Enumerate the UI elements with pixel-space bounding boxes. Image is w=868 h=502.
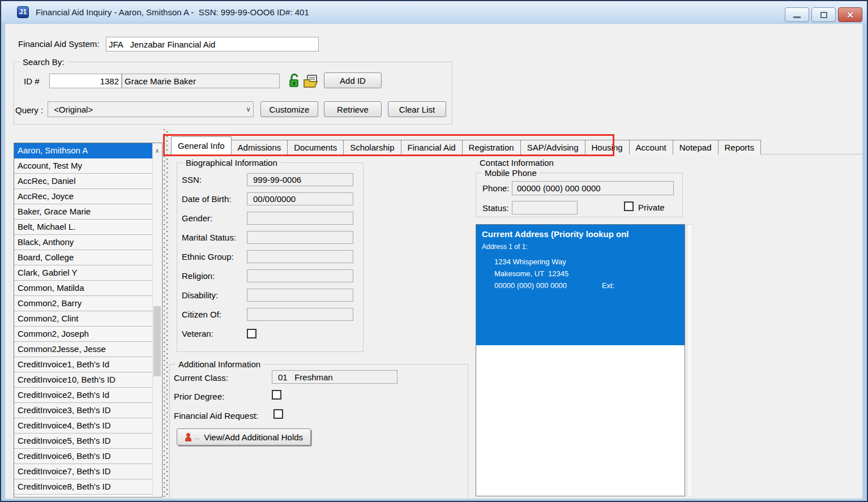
list-item[interactable]: Aaron, Smithson A: [14, 143, 152, 158]
tab[interactable]: SAP/Advising: [520, 140, 585, 155]
close-button[interactable]: ✕: [838, 7, 862, 22]
address-listbox[interactable]: Current Address (Priority lookup onl Add…: [476, 224, 685, 496]
bio-field-label: Ethnic Group:: [182, 252, 247, 261]
bio-field-input: [247, 308, 353, 321]
list-item[interactable]: Account, Test My: [14, 158, 152, 174]
financial-aid-request-label: Financial Aid Request:: [174, 411, 258, 421]
person-icon: [185, 433, 193, 441]
bio-field-label: SSN:: [182, 175, 247, 185]
bio-field-label: Marital Status:: [182, 233, 247, 242]
id-input[interactable]: 1382: [49, 74, 122, 88]
student-list: Aaron, Smithson AAccount, Test MyAccRec,…: [14, 143, 163, 497]
bio-field-row: Citizen Of:: [182, 308, 363, 321]
close-icon: ✕: [846, 11, 854, 19]
search-by-group-title: Search By:: [20, 57, 67, 67]
bio-field-label: Religion:: [182, 271, 247, 281]
restore-button[interactable]: [811, 7, 836, 22]
bio-field-label: Citizen Of:: [182, 310, 247, 319]
retrieve-button[interactable]: Retrieve: [324, 101, 382, 117]
unlock-icon[interactable]: [288, 74, 302, 88]
tab[interactable]: Reports: [718, 140, 762, 155]
tab[interactable]: Notepad: [673, 140, 719, 155]
private-checkbox[interactable]: [624, 201, 634, 211]
add-id-button[interactable]: Add ID: [324, 72, 382, 88]
list-item[interactable]: Common, Matilda: [14, 281, 152, 296]
biographical-group: Biographical Information SSN: 999-99-000…: [177, 162, 364, 352]
list-item[interactable]: Common2, Joseph: [14, 327, 152, 342]
bio-field-row: Gender:: [182, 212, 363, 225]
list-item[interactable]: CreditInvoice1, Beth's Id: [14, 357, 152, 372]
tab[interactable]: Scholarship: [343, 140, 401, 155]
customize-button[interactable]: Customize: [260, 101, 318, 117]
bio-field-row: Ethnic Group:: [182, 250, 363, 263]
tab[interactable]: Financial Aid: [401, 140, 463, 155]
contact-information-title: Contact Information: [480, 158, 554, 168]
name-display-field: Grace Marie Baker: [122, 74, 280, 88]
tab[interactable]: Documents: [287, 140, 344, 155]
list-item[interactable]: AccRec, Joyce: [14, 189, 152, 204]
clear-list-button[interactable]: Clear List: [388, 101, 446, 117]
window-title: Financial Aid Inquiry - Aaron, Smithson …: [36, 7, 309, 17]
list-item[interactable]: Common2, Clint: [14, 311, 152, 327]
financial-aid-system-field[interactable]: JFA Jenzabar Financial Aid: [106, 37, 319, 52]
veteran-label: Veteran:: [182, 329, 247, 338]
list-item[interactable]: Clark, Gabriel Y: [14, 265, 152, 281]
list-item[interactable]: CreditInvoice7, Beth's ID: [14, 464, 152, 479]
financial-aid-system-label: Financial Aid System:: [18, 39, 99, 49]
list-item[interactable]: Board, College: [14, 250, 152, 265]
bio-field-label: Date of Birth:: [182, 194, 247, 204]
bio-field-row: Date of Birth: 00/00/0000: [182, 192, 363, 205]
bio-field-input: [247, 269, 353, 282]
list-item[interactable]: Belt, Michael L.: [14, 220, 152, 235]
chevron-down-icon: ∨: [246, 105, 251, 113]
list-item[interactable]: CreditInvoice10, Beth's ID: [14, 372, 152, 388]
address-scrollbar-track[interactable]: [687, 224, 693, 496]
private-label: Private: [638, 203, 665, 212]
address-selected-item[interactable]: Current Address (Priority lookup onl Add…: [476, 225, 685, 345]
prior-degree-label: Prior Degree:: [174, 392, 224, 401]
biographical-group-title: Biographical Information: [183, 158, 280, 168]
financial-aid-request-checkbox[interactable]: [273, 409, 283, 419]
bio-field-input: [247, 250, 353, 263]
list-item[interactable]: CreditInvoice8, Beth's ID: [14, 479, 152, 495]
address-line2: Makesome, UT 12345: [494, 269, 679, 278]
veteran-checkbox[interactable]: [247, 329, 256, 338]
query-dropdown[interactable]: <Original> ∨: [48, 101, 254, 117]
scroll-up-icon[interactable]: ∧: [153, 144, 161, 157]
list-item[interactable]: Black, Anthony: [14, 235, 152, 250]
scrollbar-thumb[interactable]: [153, 306, 161, 377]
ellipsis-dots: ...: [194, 434, 200, 440]
bio-field-label: Gender:: [182, 213, 247, 223]
list-item[interactable]: Baker, Grace Marie: [14, 204, 152, 220]
minimize-button[interactable]: [785, 7, 809, 22]
tab[interactable]: Admissions: [231, 140, 288, 155]
list-item[interactable]: CreditInvoice5, Beth's ID: [14, 434, 152, 449]
title-bar[interactable]: J1 Financial Aid Inquiry - Aaron, Smiths…: [1, 1, 867, 23]
status-label: Status:: [482, 203, 509, 213]
prior-degree-checkbox[interactable]: [272, 390, 281, 400]
bio-field-label: Disability:: [182, 290, 247, 300]
open-folder-icon[interactable]: [303, 74, 320, 88]
splitter-handle[interactable]: [164, 129, 169, 497]
list-item[interactable]: CreditInvoice4, Beth's ID: [14, 418, 152, 434]
list-item[interactable]: CreditInvoice3, Beth's ID: [14, 403, 152, 418]
tab[interactable]: Housing: [585, 140, 630, 155]
app-window: J1 Financial Aid Inquiry - Aaron, Smiths…: [0, 0, 868, 502]
minimize-icon: [793, 16, 801, 18]
list-item[interactable]: CreditInvoice6, Beth's ID: [14, 449, 152, 464]
bio-field-row: Religion:: [182, 269, 363, 282]
tab[interactable]: Account: [629, 140, 673, 155]
tab[interactable]: General Info: [171, 136, 232, 155]
tab[interactable]: Registration: [462, 140, 521, 155]
list-item[interactable]: Common2, Barry: [14, 296, 152, 311]
bio-field-input: 00/00/0000: [247, 192, 353, 205]
phone-label: Phone:: [482, 183, 510, 193]
student-list-scrollbar[interactable]: ∧: [152, 144, 161, 496]
list-item[interactable]: AccRec, Daniel: [14, 174, 152, 189]
mobile-phone-group-title: Mobile Phone: [482, 168, 540, 178]
list-item[interactable]: CreditInvoice2, Beth's Id: [14, 388, 152, 403]
phone-field: 00000 (000) 000 0000: [512, 181, 674, 195]
list-item[interactable]: Common2Jesse, Jesse: [14, 342, 152, 357]
bio-field-row: Disability:: [182, 289, 363, 302]
view-add-additional-holds-button[interactable]: ... View/Add Additional Holds: [177, 428, 311, 445]
